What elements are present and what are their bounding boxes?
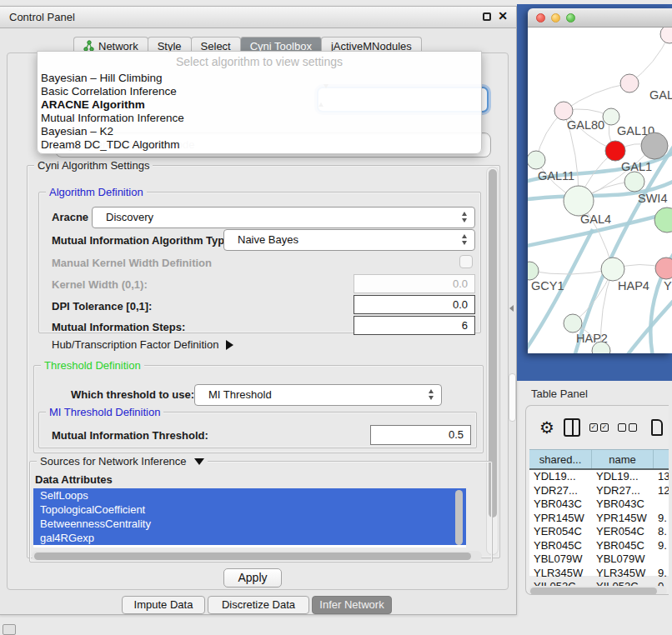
network-node[interactable] <box>564 186 594 216</box>
table-row[interactable]: YLR345WYLR345W9. <box>529 567 669 581</box>
column-header[interactable] <box>654 450 669 468</box>
mi-steps-field[interactable]: 6 <box>354 316 475 335</box>
network-node[interactable] <box>655 258 672 279</box>
table-cell: YBR045C <box>529 539 592 553</box>
table-row[interactable]: YDL19...YDL19...13 <box>529 470 669 484</box>
table-row[interactable]: YER054CYER054C8. <box>529 525 669 539</box>
data-attribute-item[interactable]: TopologicalCoefficient <box>33 502 466 517</box>
expander-collapsed-icon <box>226 340 233 350</box>
table-panel: ⚙ ✓✓ shared... name YDL19...YDL19...13YD… <box>525 405 669 595</box>
control-panel-window: Control Panel ✕ Network Style Select <box>0 6 517 615</box>
mi-threshold-value: 0.5 <box>449 428 464 441</box>
close-traffic-icon[interactable] <box>536 13 545 22</box>
algorithm-option[interactable]: ARACNE Algorithm <box>38 98 481 112</box>
which-threshold-value: MI Threshold <box>208 388 272 401</box>
table-header-row: shared... name <box>529 449 669 470</box>
aracne-mode-combobox[interactable]: Discovery <box>92 207 475 228</box>
expander-expanded-icon <box>194 458 204 465</box>
algorithm-option[interactable]: Dream8 DC_TDC Algorithm <box>38 138 481 152</box>
table-cell: YER054C <box>529 525 592 539</box>
table-cell: YBR045C <box>592 539 654 553</box>
which-threshold-label: Which threshold to use: <box>71 388 194 401</box>
float-window-icon[interactable] <box>483 12 491 21</box>
table-hscrollbar-thumb[interactable] <box>530 588 657 595</box>
network-node[interactable] <box>601 258 624 281</box>
network-node[interactable] <box>564 314 582 332</box>
table-hscrollbar[interactable] <box>529 586 667 595</box>
network-node-label: GAL11 <box>538 169 574 182</box>
table-cell: 9. <box>654 539 669 553</box>
network-node[interactable] <box>605 141 625 161</box>
network-canvas[interactable]: GALGAL80GAL10GAL1GAL11SWI4GAL4GCY1HAP4YH… <box>528 28 672 353</box>
network-node-label: GAL4 <box>580 212 611 226</box>
network-node-label: GCY1 <box>531 279 564 292</box>
algorithm-option[interactable]: Mutual Information Inference <box>38 112 481 125</box>
data-attributes-label: Data Attributes <box>35 473 113 486</box>
sources-group-title[interactable]: Sources for Network Inference <box>37 455 208 468</box>
algorithm-list: Bayesian – Hill ClimbingBasic Correlatio… <box>38 72 481 152</box>
network-node[interactable] <box>641 132 668 159</box>
table-row[interactable]: YPR145WYPR145W9. <box>529 512 669 526</box>
zoom-traffic-icon[interactable] <box>566 13 575 22</box>
column-header[interactable]: shared... <box>529 450 592 468</box>
deselect-all-icon[interactable] <box>618 423 637 432</box>
algorithm-placeholder: Select algorithm to view settings <box>38 52 481 72</box>
algorithm-option[interactable]: Basic Correlation Inference <box>38 85 481 98</box>
column-header[interactable]: name <box>592 450 654 468</box>
attributes-hscrollbar-thumb[interactable] <box>34 552 471 560</box>
network-node[interactable] <box>528 151 545 169</box>
network-node[interactable] <box>554 102 573 120</box>
aracne-mode-value: Discovery <box>106 211 153 223</box>
table-cell: YBL079W <box>592 552 654 567</box>
tab-infer-network[interactable]: Infer Network <box>312 596 392 614</box>
splitter-collapse-icon[interactable] <box>509 305 514 312</box>
table-cell: YDR27... <box>592 484 654 498</box>
algorithm-option[interactable]: Bayesian – Hill Climbing <box>38 72 481 85</box>
export-table-icon[interactable] <box>651 419 663 436</box>
attributes-hscrollbar[interactable] <box>32 551 482 561</box>
side-scrollbar[interactable] <box>509 373 516 422</box>
network-node[interactable] <box>660 28 672 43</box>
which-threshold-combobox[interactable]: MI Threshold <box>194 384 442 406</box>
algorithm-option[interactable]: Bayesian – K2 <box>38 125 481 138</box>
hub-definition-expander[interactable]: Hub/Transcription Factor Definition <box>52 338 233 351</box>
network-node-label: GAL <box>649 88 672 102</box>
network-icon <box>83 40 94 52</box>
minimized-panel-icon[interactable] <box>3 624 16 635</box>
network-node[interactable] <box>620 74 639 92</box>
data-attribute-item[interactable]: gal4RGexp <box>33 531 466 545</box>
mi-type-label: Mutual Information Algorithm Type: <box>52 234 234 247</box>
select-all-icon[interactable]: ✓✓ <box>589 423 609 432</box>
manual-kernel-checkbox[interactable] <box>459 255 473 268</box>
table-row[interactable]: YBL079WYBL079W <box>529 552 669 567</box>
data-attribute-item[interactable]: BetweennessCentrality <box>33 517 466 531</box>
columns-icon[interactable] <box>564 418 580 437</box>
table-row[interactable]: YBR045CYBR045C9. <box>529 539 669 553</box>
settings-group-title: Cyni Algorithm Settings <box>34 159 153 172</box>
network-node[interactable] <box>603 108 619 125</box>
table-cell <box>654 552 669 567</box>
network-node[interactable] <box>528 262 539 280</box>
table-row[interactable]: YDR27...YDR27...12 <box>529 484 669 498</box>
mi-threshold-field[interactable]: 0.5 <box>370 425 471 445</box>
kernel-width-label: Kernel Width (0,1): <box>52 278 148 291</box>
table-cell: YLR345W <box>592 567 654 581</box>
mi-threshold-group-title: MI Threshold Definition <box>46 406 163 418</box>
network-node[interactable] <box>624 172 644 192</box>
gear-icon[interactable]: ⚙ <box>539 419 554 436</box>
data-attribute-item[interactable]: SelfLoops <box>33 488 466 502</box>
network-node-label: GAL80 <box>567 118 604 132</box>
network-node[interactable] <box>654 208 672 232</box>
table-cell: YDL19... <box>529 470 592 484</box>
dpi-tolerance-field[interactable]: 0.0 <box>354 295 475 314</box>
apply-button[interactable]: Apply <box>223 568 282 588</box>
tab-impute-data[interactable]: Impute Data <box>122 596 205 614</box>
tab-discretize-data[interactable]: Discretize Data <box>208 596 309 614</box>
attributes-scrollbar-thumb[interactable] <box>455 490 463 545</box>
close-icon[interactable]: ✕ <box>498 9 508 22</box>
network-window-titlebar[interactable] <box>528 8 672 28</box>
control-panel-titlebar: Control Panel ✕ <box>0 7 516 28</box>
minimize-traffic-icon[interactable] <box>551 13 560 22</box>
table-row[interactable]: YBR043CYBR043C <box>529 498 669 512</box>
mi-type-combobox[interactable]: Naive Bayes <box>223 229 475 251</box>
